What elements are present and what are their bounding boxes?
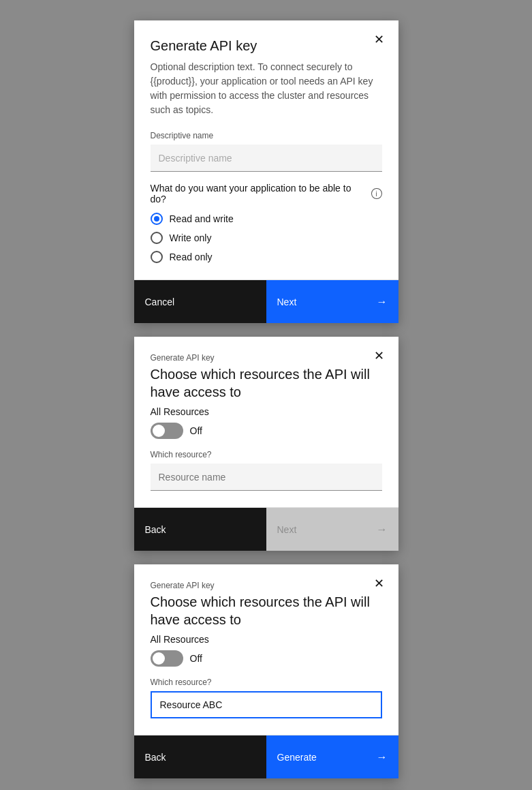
modal-generate-api-key-step1: ✕ Generate API key Optional description …: [134, 20, 398, 323]
modal-choose-resources-empty: ✕ Generate API key Choose which resource…: [134, 337, 398, 551]
toggle-row: Off: [151, 650, 382, 667]
arrow-right-icon: →: [377, 296, 388, 308]
toggle-state-text: Off: [190, 425, 202, 436]
radio-write-only[interactable]: Write only: [151, 232, 382, 244]
which-resource-label: Which resource?: [151, 678, 382, 687]
radio-read-only-label: Read only: [170, 252, 213, 262]
radio-read-write-label: Read and write: [170, 213, 234, 224]
back-button[interactable]: Back: [134, 508, 266, 551]
modal-footer: Cancel Next →: [134, 279, 398, 323]
toggle-knob: [153, 652, 165, 665]
arrow-right-icon: →: [377, 751, 388, 763]
toggle-knob: [153, 425, 165, 437]
arrow-right-icon: →: [377, 523, 388, 536]
all-resources-label: All Resources: [151, 406, 382, 417]
close-button[interactable]: ✕: [369, 345, 390, 367]
modal-title: Generate API key: [151, 37, 382, 55]
back-button[interactable]: Back: [134, 735, 266, 778]
modal-subtitle: Generate API key: [151, 581, 382, 590]
radio-read-write-input[interactable]: [151, 213, 163, 225]
radio-write-only-input[interactable]: [151, 232, 163, 244]
radio-read-write[interactable]: Read and write: [151, 213, 382, 225]
modal-choose-resources-filled: ✕ Generate API key Choose which resource…: [134, 564, 398, 778]
next-button-disabled: Next →: [266, 508, 398, 551]
radio-write-only-label: Write only: [170, 232, 212, 243]
cancel-button[interactable]: Cancel: [134, 280, 266, 323]
toggle-state-text: Off: [190, 653, 202, 664]
modal-description: Optional description text. To connect se…: [151, 60, 382, 117]
all-resources-toggle[interactable]: [151, 650, 183, 667]
close-button[interactable]: ✕: [369, 29, 390, 50]
resource-name-input[interactable]: [151, 464, 382, 491]
which-resource-label: Which resource?: [151, 450, 382, 459]
all-resources-label: All Resources: [151, 634, 382, 645]
close-button[interactable]: ✕: [369, 573, 390, 594]
info-icon[interactable]: i: [371, 188, 382, 199]
resource-name-input[interactable]: [151, 691, 382, 718]
radio-read-only-input[interactable]: [151, 251, 163, 263]
modal-title: Choose which resources the API will have…: [151, 593, 382, 628]
generate-button[interactable]: Generate →: [266, 735, 398, 778]
descriptive-name-input[interactable]: [151, 145, 382, 172]
modal-footer: Back Generate →: [134, 735, 398, 778]
modal-subtitle: Generate API key: [151, 353, 382, 363]
modal-footer: Back Next →: [134, 507, 398, 551]
next-button[interactable]: Next →: [266, 280, 398, 323]
all-resources-toggle[interactable]: [151, 423, 183, 439]
permission-radio-group: Read and write Write only Read only: [151, 213, 382, 263]
question-label: What do you want your application to be …: [151, 183, 382, 204]
radio-read-only[interactable]: Read only: [151, 251, 382, 263]
modal-title: Choose which resources the API will have…: [151, 365, 382, 401]
toggle-row: Off: [151, 423, 382, 439]
descriptive-name-label: Descriptive name: [151, 131, 382, 140]
